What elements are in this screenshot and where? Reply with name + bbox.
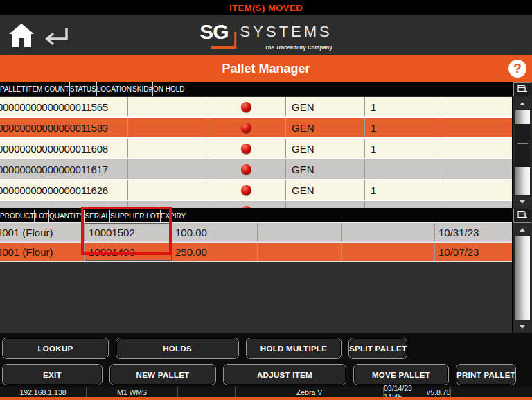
column-header[interactable]: SUPPLIER LOT bbox=[110, 210, 161, 222]
item-table-body: I001 (Flour) 10001502 100.00 10/31/23 I0… bbox=[0, 223, 513, 262]
pallet-row[interactable]: 00000000000000011617 GEN bbox=[0, 159, 513, 179]
column-header[interactable]: EXPIRY bbox=[161, 210, 186, 222]
location-cell: GEN bbox=[286, 118, 365, 137]
grid-pin-icon bbox=[517, 83, 527, 96]
status-red-dot-icon bbox=[241, 164, 251, 175]
expiry-cell: 10/07/23 bbox=[435, 243, 513, 261]
column-header[interactable]: SKID# bbox=[132, 82, 153, 96]
logo-wordmark: SG SYSTEMS bbox=[200, 20, 332, 44]
location-cell: GEN bbox=[286, 201, 365, 208]
supplier-lot-cell bbox=[342, 243, 435, 261]
home-button[interactable] bbox=[8, 23, 35, 48]
pallet-row[interactable]: 00000000000000011583 GEN 1 bbox=[0, 118, 513, 137]
status-cell bbox=[206, 180, 286, 200]
holds-button[interactable]: HOLDS bbox=[116, 338, 239, 359]
status-red-dot-icon bbox=[241, 123, 251, 133]
on-hold-cell bbox=[443, 180, 513, 200]
scroll-track[interactable] bbox=[515, 110, 530, 195]
on-hold-cell bbox=[443, 201, 513, 208]
status-cell: 192.168.1.138 bbox=[0, 387, 87, 397]
column-header[interactable]: SERIAL bbox=[85, 210, 110, 222]
on-hold-cell bbox=[443, 139, 513, 158]
pallet-row[interactable]: 00000000000000011608 GEN 1 bbox=[0, 139, 513, 158]
triangle-down-icon bbox=[520, 325, 525, 329]
print-pallet-button[interactable]: PRINT PALLET bbox=[456, 364, 516, 385]
quantity-cell: 100.00 bbox=[172, 223, 258, 241]
item-table-header: PRODUCT LOT QUANTITY SERIAL SUPPLIER LOT… bbox=[0, 210, 513, 223]
pallet-row[interactable]: 00000000000000011635 GEN 1 bbox=[0, 201, 513, 208]
scroll-up-button[interactable] bbox=[513, 98, 531, 109]
status-cell bbox=[206, 201, 286, 208]
column-header[interactable]: PALLET bbox=[0, 82, 26, 96]
scroll-thumb[interactable] bbox=[515, 124, 530, 167]
pallet-row[interactable]: 00000000000000011565 GEN 1 bbox=[0, 97, 513, 116]
status-red-dot-icon bbox=[241, 102, 251, 112]
column-header[interactable]: LOCATION bbox=[97, 82, 132, 96]
column-header[interactable]: PRODUCT bbox=[0, 210, 35, 222]
scroll-down-button[interactable] bbox=[513, 196, 531, 207]
split-pallet-button[interactable]: SPLIT PALLET bbox=[348, 338, 407, 359]
column-header[interactable]: ITEM COUNT bbox=[26, 82, 70, 96]
serial-cell bbox=[258, 223, 342, 241]
lot-cell[interactable]: 10001502 bbox=[85, 223, 172, 241]
skid-cell: 1 bbox=[365, 180, 443, 200]
button-row-1: LOOKUP HOLDS HOLD MULTIPLE SPLIT PALLET bbox=[2, 338, 407, 359]
status-cell: Zebra V bbox=[236, 387, 384, 397]
on-hold-cell bbox=[443, 159, 513, 179]
location-cell: GEN bbox=[286, 180, 365, 200]
help-button[interactable]: ? bbox=[508, 60, 526, 78]
bottom-accent-strip bbox=[0, 397, 532, 400]
scroll-up-button[interactable] bbox=[513, 224, 531, 235]
item-count-cell bbox=[128, 118, 206, 137]
grid-pin-icon bbox=[517, 209, 527, 222]
item-row[interactable]: I001 (Flour) 10001502 100.00 10/31/23 bbox=[0, 223, 513, 243]
item-count-cell bbox=[128, 201, 206, 208]
item-row[interactable]: I001 (Flour) 10001493 250.00 10/07/23 bbox=[0, 243, 513, 262]
pallet-cell: 00000000000000011565 bbox=[0, 97, 128, 116]
pallet-cell: 00000000000000011626 bbox=[0, 180, 128, 200]
app-header: SG SYSTEMS The Traceability Company bbox=[0, 15, 532, 55]
pallet-row[interactable]: 00000000000000011626 GEN 1 bbox=[0, 180, 513, 200]
adjust-item-button[interactable]: ADJUST ITEM bbox=[223, 364, 346, 385]
status-cell: 03/14/23 14:45 bbox=[384, 387, 427, 397]
skid-cell: 1 bbox=[365, 139, 443, 158]
on-hold-cell bbox=[443, 118, 513, 137]
expiry-cell: 10/31/23 bbox=[435, 223, 513, 241]
triangle-up-icon bbox=[520, 102, 525, 105]
column-pin-button[interactable] bbox=[513, 209, 531, 223]
quantity-cell: 250.00 bbox=[172, 243, 258, 261]
on-hold-cell bbox=[443, 97, 513, 116]
column-header[interactable]: ON HOLD bbox=[153, 82, 185, 96]
lot-cell[interactable]: 10001493 bbox=[85, 243, 172, 261]
back-button[interactable] bbox=[42, 25, 71, 47]
logo-sg-wrap: SG bbox=[200, 20, 228, 44]
lookup-button[interactable]: LOOKUP bbox=[2, 338, 109, 359]
pallet-cell: 00000000000000011583 bbox=[0, 118, 128, 137]
status-cell bbox=[178, 387, 236, 397]
product-cell: I001 (Flour) bbox=[0, 223, 85, 241]
action-button-panel: LOOKUP HOLDS HOLD MULTIPLE SPLIT PALLET … bbox=[0, 333, 532, 387]
item-count-cell bbox=[128, 97, 206, 116]
exit-button[interactable]: EXIT bbox=[2, 364, 103, 385]
return-arrow-icon bbox=[42, 37, 71, 49]
move-pallet-button[interactable]: MOVE PALLET bbox=[353, 364, 449, 385]
skid-cell: 1 bbox=[365, 97, 443, 116]
status-cell bbox=[206, 139, 286, 158]
column-pin-button[interactable] bbox=[513, 82, 531, 96]
skid-cell: 1 bbox=[365, 118, 443, 137]
pallet-cell: 00000000000000011635 bbox=[0, 201, 128, 208]
status-red-dot-icon bbox=[241, 185, 251, 195]
skid-cell bbox=[365, 159, 443, 179]
column-header[interactable]: QUANTITY bbox=[49, 210, 85, 222]
scroll-down-button[interactable] bbox=[513, 321, 531, 332]
skid-cell: 1 bbox=[365, 201, 443, 208]
scroll-track[interactable] bbox=[515, 236, 530, 320]
status-cell: M1 WMS bbox=[87, 387, 178, 397]
status-cell bbox=[206, 159, 286, 179]
column-header[interactable]: STATUS bbox=[70, 82, 97, 96]
hold-multiple-button[interactable]: HOLD MULTIPLE bbox=[246, 338, 342, 359]
triangle-up-icon bbox=[520, 228, 525, 232]
location-cell: GEN bbox=[286, 139, 365, 158]
new-pallet-button[interactable]: NEW PALLET bbox=[109, 364, 216, 385]
column-header[interactable]: LOT bbox=[35, 210, 48, 222]
